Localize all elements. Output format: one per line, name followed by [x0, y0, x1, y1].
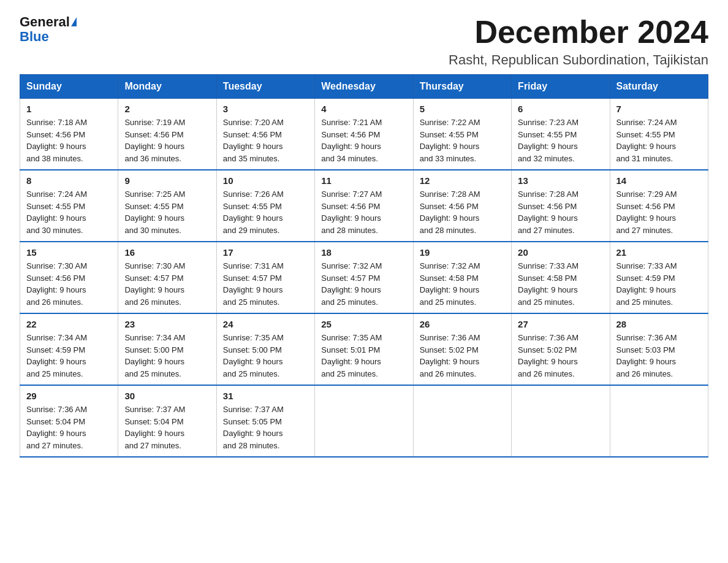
day-info: Sunrise: 7:36 AMSunset: 5:02 PMDaylight:… [420, 332, 505, 380]
calendar-cell: 3Sunrise: 7:20 AMSunset: 4:56 PMDaylight… [216, 99, 314, 170]
weekday-header-thursday: Thursday [413, 75, 511, 99]
calendar-cell: 8Sunrise: 7:24 AMSunset: 4:55 PMDaylight… [20, 170, 118, 242]
day-number: 18 [321, 247, 406, 258]
day-number: 15 [26, 247, 112, 258]
calendar-cell: 26Sunrise: 7:36 AMSunset: 5:02 PMDayligh… [413, 313, 511, 385]
day-info: Sunrise: 7:37 AMSunset: 5:05 PMDaylight:… [223, 404, 308, 451]
day-number: 23 [124, 319, 210, 329]
day-info: Sunrise: 7:32 AMSunset: 4:57 PMDaylight:… [321, 260, 406, 308]
day-info: Sunrise: 7:28 AMSunset: 4:56 PMDaylight:… [420, 188, 505, 236]
day-number: 29 [26, 391, 112, 401]
logo-triangle-icon [71, 17, 77, 26]
day-info: Sunrise: 7:36 AMSunset: 5:02 PMDaylight:… [518, 332, 603, 380]
calendar-cell: 13Sunrise: 7:28 AMSunset: 4:56 PMDayligh… [512, 170, 610, 242]
calendar-cell: 31Sunrise: 7:37 AMSunset: 5:05 PMDayligh… [216, 385, 314, 457]
calendar-cell: 10Sunrise: 7:26 AMSunset: 4:55 PMDayligh… [216, 170, 314, 242]
calendar-cell: 18Sunrise: 7:32 AMSunset: 4:57 PMDayligh… [315, 242, 413, 313]
day-info: Sunrise: 7:36 AMSunset: 5:03 PMDaylight:… [616, 332, 702, 380]
calendar-week-3: 15Sunrise: 7:30 AMSunset: 4:56 PMDayligh… [20, 242, 708, 313]
day-info: Sunrise: 7:18 AMSunset: 4:56 PMDaylight:… [26, 117, 112, 164]
day-number: 7 [616, 104, 702, 114]
day-number: 12 [420, 175, 505, 186]
calendar-cell: 1Sunrise: 7:18 AMSunset: 4:56 PMDaylight… [20, 99, 118, 170]
day-info: Sunrise: 7:32 AMSunset: 4:58 PMDaylight:… [420, 260, 505, 308]
day-info: Sunrise: 7:22 AMSunset: 4:55 PMDaylight:… [420, 117, 505, 164]
day-info: Sunrise: 7:19 AMSunset: 4:56 PMDaylight:… [124, 117, 210, 164]
day-info: Sunrise: 7:35 AMSunset: 5:00 PMDaylight:… [223, 332, 308, 380]
weekday-header-tuesday: Tuesday [216, 75, 314, 99]
day-info: Sunrise: 7:20 AMSunset: 4:56 PMDaylight:… [223, 117, 308, 164]
day-number: 14 [616, 175, 702, 186]
calendar-cell: 19Sunrise: 7:32 AMSunset: 4:58 PMDayligh… [413, 242, 511, 313]
day-info: Sunrise: 7:34 AMSunset: 5:00 PMDaylight:… [124, 332, 210, 380]
calendar-cell: 6Sunrise: 7:23 AMSunset: 4:55 PMDaylight… [512, 99, 610, 170]
day-number: 1 [26, 104, 112, 114]
calendar-cell [512, 385, 610, 457]
day-number: 19 [420, 247, 505, 258]
calendar-cell: 7Sunrise: 7:24 AMSunset: 4:55 PMDaylight… [610, 99, 708, 170]
weekday-header-row: SundayMondayTuesdayWednesdayThursdayFrid… [20, 75, 708, 99]
day-number: 9 [124, 175, 210, 186]
day-info: Sunrise: 7:23 AMSunset: 4:55 PMDaylight:… [518, 117, 603, 164]
day-info: Sunrise: 7:31 AMSunset: 4:57 PMDaylight:… [223, 260, 308, 308]
calendar-cell: 2Sunrise: 7:19 AMSunset: 4:56 PMDaylight… [118, 99, 216, 170]
calendar-cell: 28Sunrise: 7:36 AMSunset: 5:03 PMDayligh… [610, 313, 708, 385]
day-number: 22 [26, 319, 112, 329]
day-number: 2 [124, 104, 210, 114]
day-info: Sunrise: 7:34 AMSunset: 4:59 PMDaylight:… [26, 332, 112, 380]
day-number: 26 [420, 319, 505, 329]
day-info: Sunrise: 7:33 AMSunset: 4:58 PMDaylight:… [518, 260, 603, 308]
weekday-header-monday: Monday [118, 75, 216, 99]
day-number: 24 [223, 319, 308, 329]
calendar-title: December 2024 [449, 15, 708, 50]
calendar-week-4: 22Sunrise: 7:34 AMSunset: 4:59 PMDayligh… [20, 313, 708, 385]
calendar-cell: 5Sunrise: 7:22 AMSunset: 4:55 PMDaylight… [413, 99, 511, 170]
day-info: Sunrise: 7:33 AMSunset: 4:59 PMDaylight:… [616, 260, 702, 308]
page-header: General Blue December 2024 Rasht, Republ… [20, 15, 708, 68]
day-number: 25 [321, 319, 406, 329]
calendar-cell: 29Sunrise: 7:36 AMSunset: 5:04 PMDayligh… [20, 385, 118, 457]
calendar-cell: 22Sunrise: 7:34 AMSunset: 4:59 PMDayligh… [20, 313, 118, 385]
calendar-cell: 9Sunrise: 7:25 AMSunset: 4:55 PMDaylight… [118, 170, 216, 242]
day-number: 13 [518, 175, 603, 186]
day-info: Sunrise: 7:37 AMSunset: 5:04 PMDaylight:… [124, 404, 210, 451]
day-info: Sunrise: 7:26 AMSunset: 4:55 PMDaylight:… [223, 188, 308, 236]
calendar-week-5: 29Sunrise: 7:36 AMSunset: 5:04 PMDayligh… [20, 385, 708, 457]
day-number: 27 [518, 319, 603, 329]
calendar-cell: 27Sunrise: 7:36 AMSunset: 5:02 PMDayligh… [512, 313, 610, 385]
day-number: 5 [420, 104, 505, 114]
weekday-header-saturday: Saturday [610, 75, 708, 99]
day-info: Sunrise: 7:25 AMSunset: 4:55 PMDaylight:… [124, 188, 210, 236]
calendar-cell: 11Sunrise: 7:27 AMSunset: 4:56 PMDayligh… [315, 170, 413, 242]
day-number: 28 [616, 319, 702, 329]
day-number: 21 [616, 247, 702, 258]
calendar-cell: 4Sunrise: 7:21 AMSunset: 4:56 PMDaylight… [315, 99, 413, 170]
weekday-header-friday: Friday [512, 75, 610, 99]
day-info: Sunrise: 7:29 AMSunset: 4:56 PMDaylight:… [616, 188, 702, 236]
day-info: Sunrise: 7:35 AMSunset: 5:01 PMDaylight:… [321, 332, 406, 380]
calendar-cell [413, 385, 511, 457]
day-number: 17 [223, 247, 308, 258]
logo-blue: Blue [20, 29, 49, 44]
logo: General Blue [20, 15, 77, 44]
day-info: Sunrise: 7:24 AMSunset: 4:55 PMDaylight:… [616, 117, 702, 164]
day-info: Sunrise: 7:27 AMSunset: 4:56 PMDaylight:… [321, 188, 406, 236]
weekday-header-wednesday: Wednesday [315, 75, 413, 99]
day-info: Sunrise: 7:28 AMSunset: 4:56 PMDaylight:… [518, 188, 603, 236]
calendar-cell: 21Sunrise: 7:33 AMSunset: 4:59 PMDayligh… [610, 242, 708, 313]
weekday-header-sunday: Sunday [20, 75, 118, 99]
calendar-cell: 14Sunrise: 7:29 AMSunset: 4:56 PMDayligh… [610, 170, 708, 242]
calendar-cell: 20Sunrise: 7:33 AMSunset: 4:58 PMDayligh… [512, 242, 610, 313]
day-info: Sunrise: 7:24 AMSunset: 4:55 PMDaylight:… [26, 188, 112, 236]
day-number: 11 [321, 175, 406, 186]
calendar-cell: 17Sunrise: 7:31 AMSunset: 4:57 PMDayligh… [216, 242, 314, 313]
calendar-cell [610, 385, 708, 457]
day-number: 8 [26, 175, 112, 186]
day-number: 3 [223, 104, 308, 114]
day-number: 31 [223, 391, 308, 401]
calendar-table: SundayMondayTuesdayWednesdayThursdayFrid… [20, 74, 708, 458]
day-number: 30 [124, 391, 210, 401]
calendar-week-1: 1Sunrise: 7:18 AMSunset: 4:56 PMDaylight… [20, 99, 708, 170]
calendar-cell: 15Sunrise: 7:30 AMSunset: 4:56 PMDayligh… [20, 242, 118, 313]
day-number: 16 [124, 247, 210, 258]
